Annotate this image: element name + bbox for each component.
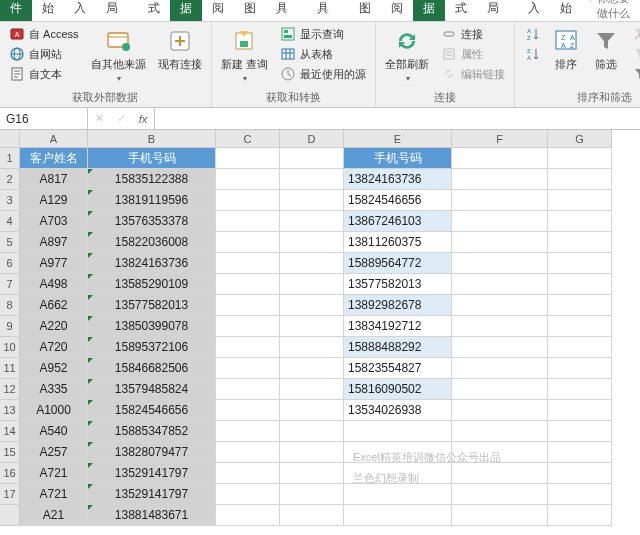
cell[interactable] — [548, 316, 612, 337]
cell[interactable] — [280, 253, 344, 274]
cell[interactable] — [280, 274, 344, 295]
cell[interactable] — [344, 484, 452, 505]
cell[interactable] — [452, 484, 548, 505]
edit-links-button[interactable]: 编辑链接 — [436, 64, 510, 84]
existing-conn-button[interactable]: 现有连接 — [153, 24, 207, 75]
reapply-button[interactable]: 重新应 — [627, 44, 640, 64]
sort-asc-button[interactable]: AZ — [519, 24, 545, 44]
cell[interactable] — [452, 295, 548, 316]
cell[interactable]: A817 — [20, 169, 88, 190]
cell[interactable] — [452, 169, 548, 190]
cell[interactable] — [548, 232, 612, 253]
cell[interactable]: 15824546656 — [344, 190, 452, 211]
tab-0[interactable]: 开始 — [550, 0, 582, 21]
cells-area[interactable]: 客户姓名手机号码手机号码A8171583512238813824163736A1… — [20, 148, 612, 526]
tab-6[interactable]: 视图 — [349, 0, 381, 21]
row-header[interactable]: 17 — [0, 484, 20, 505]
cancel-icon[interactable]: ✕ — [88, 112, 110, 125]
cell[interactable]: A703 — [20, 211, 88, 232]
cell[interactable]: 15835122388 — [88, 169, 216, 190]
cell[interactable] — [216, 442, 280, 463]
row-header[interactable]: 2 — [0, 169, 20, 190]
cell[interactable]: 15816090502 — [344, 379, 452, 400]
cell[interactable] — [280, 211, 344, 232]
cell[interactable]: A498 — [20, 274, 88, 295]
cell[interactable]: 13534026938 — [344, 400, 452, 421]
cell[interactable] — [452, 148, 548, 169]
cell[interactable] — [280, 148, 344, 169]
select-all-corner[interactable] — [0, 130, 20, 148]
cell[interactable]: 13577582013 — [88, 295, 216, 316]
cell[interactable] — [452, 463, 548, 484]
cell[interactable] — [280, 421, 344, 442]
cell[interactable] — [548, 211, 612, 232]
cell[interactable]: 13529141797 — [88, 484, 216, 505]
cell[interactable] — [548, 295, 612, 316]
name-box[interactable]: G16 — [0, 108, 88, 129]
cell[interactable]: 13892982678 — [344, 295, 452, 316]
cell[interactable]: 15895372106 — [88, 337, 216, 358]
tab-5[interactable]: 审阅 — [381, 0, 413, 21]
cell[interactable]: 13867246103 — [344, 211, 452, 232]
cell[interactable]: 客户姓名 — [20, 148, 88, 169]
cell[interactable] — [216, 358, 280, 379]
from-table-button[interactable]: 从表格 — [275, 44, 371, 64]
tab-file[interactable]: 文件 — [0, 0, 32, 21]
cell[interactable] — [216, 253, 280, 274]
col-header[interactable]: D — [280, 130, 344, 148]
cell[interactable]: A720 — [20, 337, 88, 358]
tab-4[interactable]: 数据 — [413, 0, 445, 21]
row-header[interactable]: 16 — [0, 463, 20, 484]
cell[interactable] — [216, 274, 280, 295]
cell[interactable]: A977 — [20, 253, 88, 274]
cell[interactable]: 手机号码 — [88, 148, 216, 169]
cell[interactable]: A335 — [20, 379, 88, 400]
cell[interactable] — [280, 316, 344, 337]
cell[interactable]: A662 — [20, 295, 88, 316]
cell[interactable] — [216, 400, 280, 421]
cell[interactable] — [548, 253, 612, 274]
tab-item[interactable]: 数据 — [170, 0, 202, 21]
col-header[interactable]: C — [216, 130, 280, 148]
sort-desc-button[interactable]: ZA — [519, 44, 545, 64]
formula-input[interactable] — [155, 108, 640, 129]
cell[interactable]: 13850399078 — [88, 316, 216, 337]
cell[interactable]: A257 — [20, 442, 88, 463]
cell[interactable] — [452, 379, 548, 400]
cell[interactable]: 13881483671 — [88, 505, 216, 526]
cell[interactable] — [216, 190, 280, 211]
row-header[interactable]: 3 — [0, 190, 20, 211]
from-other-button[interactable]: 自其他来源▾ — [86, 24, 151, 86]
cell[interactable]: 13828079477 — [88, 442, 216, 463]
row-headers[interactable]: 1234567891011121314151617 — [0, 148, 20, 526]
cell[interactable] — [548, 505, 612, 526]
show-queries-button[interactable]: 显示查询 — [275, 24, 371, 44]
cell[interactable]: A897 — [20, 232, 88, 253]
cell[interactable]: 13579485824 — [88, 379, 216, 400]
cell[interactable] — [344, 421, 452, 442]
cell[interactable]: 13585290109 — [88, 274, 216, 295]
cell[interactable] — [548, 169, 612, 190]
cell[interactable]: A1000 — [20, 400, 88, 421]
from-web-button[interactable]: 自网站 — [4, 44, 84, 64]
cell[interactable] — [548, 421, 612, 442]
cell[interactable]: A540 — [20, 421, 88, 442]
cell[interactable]: 13811260375 — [344, 232, 452, 253]
col-header[interactable]: B — [88, 130, 216, 148]
tab-item[interactable]: 插入 — [64, 0, 96, 21]
cell[interactable]: 15846682506 — [88, 358, 216, 379]
cell[interactable]: A721 — [20, 463, 88, 484]
tab-3[interactable]: 公式 — [445, 0, 477, 21]
recent-sources-button[interactable]: 最近使用的源 — [275, 64, 371, 84]
cell[interactable]: 13819119596 — [88, 190, 216, 211]
cell[interactable] — [216, 379, 280, 400]
cell[interactable]: A220 — [20, 316, 88, 337]
col-header[interactable]: F — [452, 130, 548, 148]
row-header[interactable]: 10 — [0, 337, 20, 358]
clear-filter-button[interactable]: 清除 — [627, 24, 640, 44]
row-header[interactable] — [0, 505, 20, 526]
row-header[interactable]: 8 — [0, 295, 20, 316]
cell[interactable] — [548, 400, 612, 421]
cell[interactable] — [452, 421, 548, 442]
cell[interactable] — [216, 169, 280, 190]
